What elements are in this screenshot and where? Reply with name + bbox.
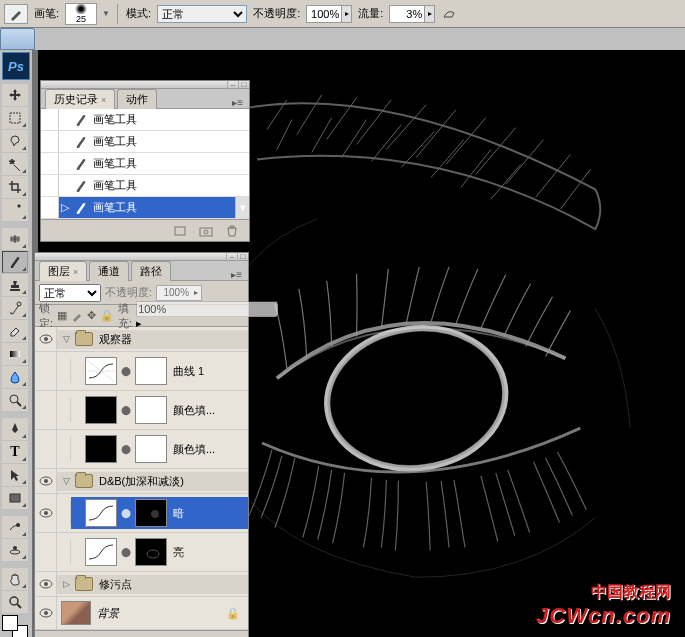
3d-tool[interactable] <box>2 516 28 538</box>
flow-label: 流量: <box>356 6 385 21</box>
photoshop-logo: Ps <box>2 52 30 80</box>
opacity-input[interactable]: ▸ <box>306 5 352 23</box>
crop-tool[interactable] <box>2 176 28 198</box>
panel-menu-icon[interactable]: ▸≡ <box>226 97 249 108</box>
color-swatches[interactable] <box>2 615 28 637</box>
gradient-tool[interactable] <box>2 343 28 365</box>
zoom-tool[interactable] <box>2 591 28 613</box>
history-item[interactable]: 画笔工具 <box>41 131 249 153</box>
eye-icon[interactable] <box>39 334 53 344</box>
svg-point-29 <box>44 611 48 615</box>
layer-opacity-input[interactable]: ▸ <box>156 285 202 301</box>
history-item[interactable]: 画笔工具 <box>41 175 249 197</box>
history-item[interactable]: 画笔工具 <box>41 109 249 131</box>
tool-preset-picker[interactable] <box>4 4 28 24</box>
eraser-tool[interactable] <box>2 320 28 342</box>
svg-rect-13 <box>200 228 212 236</box>
stamp-tool[interactable] <box>2 274 28 296</box>
folder-icon <box>75 577 93 591</box>
layer-group[interactable]: ▷修污点 <box>35 572 248 597</box>
type-tool[interactable]: T <box>2 441 28 463</box>
healing-tool[interactable] <box>2 228 28 250</box>
layer-item[interactable]: ⬤亮 <box>35 533 248 572</box>
fill-label: 填充: <box>118 301 132 331</box>
svg-point-7 <box>10 550 20 554</box>
wand-tool[interactable] <box>2 153 28 175</box>
tab-actions[interactable]: 动作 <box>117 89 157 109</box>
eyedropper-tool[interactable] <box>2 199 28 221</box>
history-brush-tool[interactable] <box>2 297 28 319</box>
hand-tool[interactable] <box>2 568 28 590</box>
document-tab[interactable] <box>0 28 35 50</box>
brush-label: 画笔: <box>32 6 61 21</box>
history-panel: –□ 历史记录× 动作 ▸≡ 画笔工具 画笔工具 画笔工具 画笔工具 ▷画笔工具… <box>40 80 250 242</box>
lock-icon: 🔒 <box>226 607 240 620</box>
brush-preset-picker[interactable]: 25 <box>65 3 97 25</box>
lock-pixels-icon[interactable] <box>71 308 83 324</box>
eye-icon[interactable] <box>39 508 53 518</box>
lasso-tool[interactable] <box>2 130 28 152</box>
watermark: 中国教程网 JCWcn.com <box>536 582 671 629</box>
eye-icon[interactable] <box>39 476 53 486</box>
eye-icon[interactable] <box>39 608 53 618</box>
eye-icon[interactable] <box>39 579 53 589</box>
svg-point-6 <box>16 523 20 527</box>
minimize-icon[interactable]: – <box>227 81 238 89</box>
layer-item[interactable]: 背景🔒 <box>35 597 248 630</box>
panel-drag-bar[interactable]: –□ <box>35 253 248 261</box>
history-item[interactable]: ▷画笔工具▾ <box>41 197 249 219</box>
snapshot-icon[interactable] <box>197 223 215 239</box>
layer-group[interactable]: ▽观察器 <box>35 327 248 352</box>
brush-tool[interactable] <box>2 251 28 273</box>
path-select-tool[interactable] <box>2 464 28 486</box>
scroll-down-icon[interactable]: ▾ <box>235 197 249 218</box>
panel-drag-bar[interactable]: –□ <box>41 81 249 89</box>
layer-item[interactable]: ⬤颜色填... <box>35 430 248 469</box>
new-doc-from-state-icon[interactable] <box>171 223 189 239</box>
svg-rect-0 <box>10 113 20 123</box>
options-bar: 画笔: 25 ▼ 模式: 正常 不透明度: ▸ 流量: ▸ <box>0 0 685 28</box>
svg-point-27 <box>44 582 48 586</box>
pen-tool[interactable] <box>2 418 28 440</box>
lock-position-icon[interactable]: ✥ <box>87 308 96 324</box>
svg-point-19 <box>44 479 48 483</box>
close-icon[interactable]: □ <box>238 81 249 89</box>
layer-fill-input[interactable]: ▸ <box>136 301 278 330</box>
minimize-icon[interactable]: – <box>226 253 237 261</box>
tab-history[interactable]: 历史记录× <box>45 89 115 109</box>
airbrush-icon[interactable] <box>439 4 461 24</box>
tab-paths[interactable]: 路径 <box>131 261 171 281</box>
lock-transparency-icon[interactable]: ▦ <box>57 308 67 324</box>
marquee-tool[interactable] <box>2 107 28 129</box>
foreground-color[interactable] <box>2 615 18 631</box>
layer-tree: ▽观察器 ⬤曲线 1 ⬤颜色填... ⬤颜色填... ▽D&B(加深和减淡) ⬤… <box>35 327 248 630</box>
folder-icon <box>75 332 93 346</box>
move-tool[interactable] <box>2 84 28 106</box>
lock-all-icon[interactable]: 🔒 <box>100 308 114 324</box>
svg-point-8 <box>13 546 17 550</box>
svg-rect-3 <box>10 351 20 357</box>
layer-item[interactable]: ⬤颜色填... <box>35 391 248 430</box>
blend-mode-select[interactable]: 正常 <box>157 5 247 23</box>
flow-input[interactable]: ▸ <box>389 5 435 23</box>
tab-layers[interactable]: 图层× <box>39 261 87 281</box>
tab-channels[interactable]: 通道 <box>89 261 129 281</box>
layer-item[interactable]: ⬤暗 <box>35 494 248 533</box>
svg-point-23 <box>151 510 159 518</box>
mode-label: 模式: <box>124 6 153 21</box>
3d-camera-tool[interactable] <box>2 539 28 561</box>
layer-item[interactable]: ⬤曲线 1 <box>35 352 248 391</box>
blur-tool[interactable] <box>2 366 28 388</box>
svg-point-11 <box>320 319 512 477</box>
history-item[interactable]: 画笔工具 <box>41 153 249 175</box>
svg-point-9 <box>10 597 18 605</box>
trash-icon[interactable] <box>223 223 241 239</box>
layer-group[interactable]: ▽D&B(加深和减淡) <box>35 469 248 494</box>
layer-opacity-label: 不透明度: <box>105 285 152 300</box>
layer-blend-select[interactable]: 正常 <box>39 284 101 302</box>
close-icon[interactable]: □ <box>237 253 248 261</box>
dodge-tool[interactable] <box>2 389 28 411</box>
shape-tool[interactable] <box>2 487 28 509</box>
panel-menu-icon[interactable]: ▸≡ <box>225 269 248 280</box>
chevron-down-icon[interactable]: ▼ <box>101 4 111 24</box>
